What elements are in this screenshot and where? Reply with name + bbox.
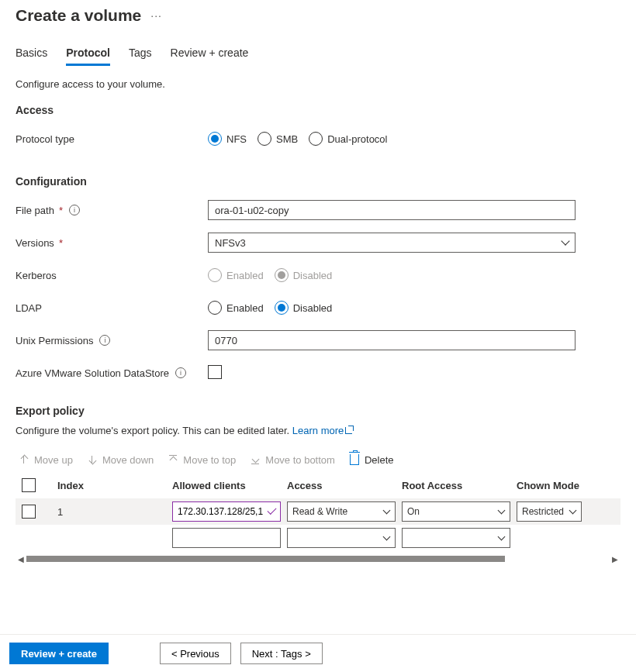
external-link-icon <box>345 426 354 434</box>
col-root-access: Root Access <box>402 480 517 491</box>
unix-permissions-label: Unix Permissions i <box>16 335 208 346</box>
select-all-checkbox[interactable] <box>22 478 36 492</box>
protocol-type-group: NFS SMB Dual-protocol <box>208 132 576 146</box>
file-path-label: File path* i <box>16 205 208 216</box>
access-select[interactable] <box>287 528 396 548</box>
scroll-right-icon[interactable]: ▶ <box>610 555 620 563</box>
page-title: Create a volume <box>16 6 141 25</box>
delete-button[interactable]: Delete <box>349 450 394 469</box>
section-export-policy: Export policy <box>16 405 620 417</box>
versions-label: Versions* <box>16 237 208 249</box>
radio-dot-icon <box>258 132 271 146</box>
allowed-clients-input[interactable] <box>172 501 281 522</box>
protocol-type-label: Protocol type <box>16 133 208 145</box>
avs-datastore-label: Azure VMware Solution DataStore i <box>16 367 208 379</box>
export-policy-toolbar: Move up Move down Move to top Move to bo… <box>19 450 620 469</box>
kerberos-disabled-radio: Disabled <box>275 268 333 282</box>
move-to-top-button[interactable]: Move to top <box>168 450 236 469</box>
arrow-bottom-icon <box>251 455 259 464</box>
row-checkbox[interactable] <box>22 505 36 519</box>
section-access: Access <box>16 104 620 116</box>
row-index: 1 <box>57 506 172 518</box>
radio-dot-icon <box>309 132 323 146</box>
table-row <box>16 525 620 551</box>
wizard-tabs: Basics Protocol Tags Review + create <box>16 47 620 66</box>
review-create-button[interactable]: Review + create <box>9 643 109 664</box>
radio-dot-icon <box>208 268 222 282</box>
info-icon[interactable]: i <box>69 205 80 215</box>
ldap-enabled-radio[interactable]: Enabled <box>208 301 264 315</box>
unix-permissions-input[interactable] <box>208 330 576 350</box>
col-chown-mode: Chown Mode <box>517 480 586 491</box>
info-icon[interactable]: i <box>99 335 110 346</box>
next-button[interactable]: Next : Tags > <box>240 643 323 664</box>
section-configuration: Configuration <box>16 175 620 188</box>
more-actions-icon[interactable]: ··· <box>150 9 162 22</box>
chown-mode-select[interactable]: Restricted <box>517 501 582 522</box>
tab-tags[interactable]: Tags <box>129 47 152 66</box>
scroll-left-icon[interactable]: ◀ <box>16 555 26 563</box>
scroll-thumb[interactable] <box>26 556 505 562</box>
col-access: Access <box>287 480 402 491</box>
ldap-disabled-radio[interactable]: Disabled <box>275 301 333 315</box>
access-select[interactable]: Read & Write <box>287 501 396 522</box>
previous-button[interactable]: < Previous <box>160 643 231 664</box>
kerberos-label: Kerberos <box>16 270 208 281</box>
tab-description: Configure access to your volume. <box>16 78 620 90</box>
page-header: Create a volume ··· <box>16 6 620 25</box>
root-access-select[interactable] <box>402 528 510 548</box>
col-index: Index <box>57 480 172 491</box>
export-policy-table-header: Index Allowed clients Access Root Access… <box>16 474 620 498</box>
avs-datastore-checkbox[interactable] <box>208 365 222 379</box>
tab-review-create[interactable]: Review + create <box>171 47 249 66</box>
radio-dot-icon <box>275 268 289 282</box>
arrow-up-icon <box>20 456 28 464</box>
protocol-nfs-radio[interactable]: NFS <box>208 132 247 146</box>
move-down-button[interactable]: Move down <box>87 450 154 469</box>
protocol-dual-radio[interactable]: Dual-protocol <box>309 132 387 146</box>
info-icon[interactable]: i <box>175 367 186 378</box>
export-policy-description: Configure the volume's export policy. Th… <box>16 425 620 436</box>
tab-basics[interactable]: Basics <box>16 47 47 66</box>
file-path-input[interactable] <box>208 200 576 220</box>
arrow-down-icon <box>88 456 96 464</box>
learn-more-link[interactable]: Learn more <box>292 425 354 436</box>
wizard-footer: Review + create < Previous Next : Tags > <box>0 634 636 672</box>
root-access-select[interactable]: On <box>402 501 510 522</box>
radio-dot-icon <box>208 301 222 315</box>
move-to-bottom-button[interactable]: Move to bottom <box>250 450 335 469</box>
kerberos-enabled-radio: Enabled <box>208 268 264 282</box>
tab-protocol[interactable]: Protocol <box>66 47 110 66</box>
col-allowed-clients: Allowed clients <box>172 480 287 491</box>
move-up-button[interactable]: Move up <box>19 450 73 469</box>
radio-dot-icon <box>208 132 222 146</box>
ldap-label: LDAP <box>16 302 208 314</box>
allowed-clients-input[interactable] <box>172 528 281 548</box>
arrow-top-icon <box>169 455 177 464</box>
protocol-smb-radio[interactable]: SMB <box>258 132 298 146</box>
trash-icon <box>350 454 359 465</box>
radio-dot-icon <box>275 301 289 315</box>
versions-select[interactable]: NFSv3 <box>208 233 576 253</box>
table-row: 1 Read & Write On Restricted <box>16 498 620 525</box>
horizontal-scrollbar[interactable]: ◀ ▶ <box>16 554 620 563</box>
